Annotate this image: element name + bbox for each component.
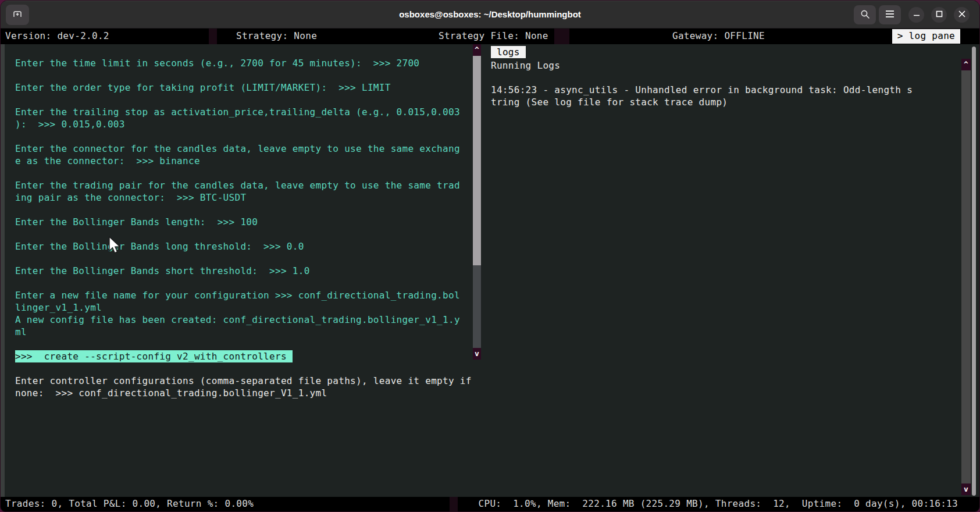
version-label: Version: dev-2.0.2 xyxy=(5,30,109,41)
segment-divider xyxy=(450,497,458,511)
segment-divider xyxy=(209,29,217,44)
terminal-line: Enter the Bollinger Bands short threshol… xyxy=(15,265,472,277)
terminal-line: A new config file has been created: conf… xyxy=(15,314,472,326)
menu-button[interactable] xyxy=(879,5,901,24)
search-button[interactable] xyxy=(854,5,876,24)
hummingbot-bottombar: Trades: 0, Total P&L: 0.00, Return %: 0.… xyxy=(1,497,979,511)
terminal-line: Enter controller configurations (comma-s… xyxy=(15,375,472,387)
terminal-line: Enter the trading pair for the candles d… xyxy=(15,179,472,191)
terminal-line: Enter a new file name for your configura… xyxy=(15,289,472,301)
terminal-line: ml xyxy=(15,326,472,338)
left-edge-strip xyxy=(1,44,5,498)
terminal-line: Enter the order type for taking profit (… xyxy=(15,81,472,94)
terminal-line xyxy=(15,204,472,216)
terminal-line: Enter the Bollinger Bands long threshold… xyxy=(15,240,472,253)
hummingbot-topbar: Version: dev-2.0.2 Strategy: None Strate… xyxy=(1,29,979,44)
terminal-line: ): >>> 0.015,0.003 xyxy=(15,118,472,130)
system-status: CPU: 1.0%, Mem: 222.16 MB (225.29 MB), T… xyxy=(479,498,958,509)
window-title: osboxes@osboxes: ~/Desktop/hummingbot xyxy=(1,1,979,29)
hamburger-icon xyxy=(885,10,895,20)
terminal-line: linger_v1_1.yml xyxy=(15,301,472,314)
terminal-line: Enter the connector for the candles data… xyxy=(15,143,472,155)
close-icon xyxy=(958,10,965,19)
titlebar[interactable]: osboxes@osboxes: ~/Desktop/hummingbot xyxy=(1,1,979,29)
minimize-button[interactable] xyxy=(908,7,924,23)
terminal-line: ing pair as the connector: >>> BTC-USDT xyxy=(15,191,472,204)
maximize-icon xyxy=(936,10,943,19)
maximize-button[interactable] xyxy=(931,7,947,23)
log-scrollbar[interactable]: ^ v xyxy=(961,59,971,495)
terminal-line xyxy=(15,338,472,350)
close-button[interactable] xyxy=(954,7,970,23)
terminal-line: Enter the Bollinger Bands length: >>> 10… xyxy=(15,216,472,228)
terminal-line xyxy=(15,69,472,81)
terminal-line: >>> create --script-config v2_with_contr… xyxy=(15,350,472,362)
segment-divider xyxy=(554,29,569,44)
output-scrollbar[interactable]: ^ v xyxy=(473,44,481,360)
terminal-line: e as the connector: >>> binance xyxy=(15,155,472,167)
terminal-window: osboxes@osboxes: ~/Desktop/hummingbot xyxy=(0,0,980,512)
logs-tab[interactable]: logs xyxy=(491,46,526,58)
logs-heading: Running Logs xyxy=(491,59,956,72)
scroll-down-icon[interactable]: v xyxy=(961,483,971,495)
terminal-line xyxy=(15,167,472,179)
terminal-output-pane: Enter the time limit in seconds (e.g., 2… xyxy=(15,57,472,399)
log-lines: 14:56:23 - async_utils - Unhandled error… xyxy=(491,84,956,108)
terminal-line xyxy=(15,253,472,265)
strategy-label: Strategy: None xyxy=(236,30,317,41)
terminal-line: Enter the trailing stop as activation_pr… xyxy=(15,106,472,118)
output-scrollbar-thumb[interactable] xyxy=(473,56,481,265)
trades-status: Trades: 0, Total P&L: 0.00, Return %: 0.… xyxy=(5,498,254,509)
output-scrollbar-track[interactable] xyxy=(473,265,481,348)
terminal-line xyxy=(15,228,472,240)
log-pane: logs Running Logs 14:56:23 - async_utils… xyxy=(491,44,956,108)
main-area: Enter the time limit in seconds (e.g., 2… xyxy=(1,44,979,498)
log-pane-toggle[interactable]: > log pane xyxy=(892,29,960,44)
log-scrollbar-track[interactable] xyxy=(961,70,971,483)
scroll-up-icon[interactable]: ^ xyxy=(473,44,481,56)
log-line: tring (See log file for stack trace dump… xyxy=(491,96,956,108)
scroll-down-icon[interactable]: v xyxy=(473,348,481,360)
search-icon xyxy=(860,9,870,21)
minimize-icon xyxy=(913,10,920,19)
desktop: osboxes@osboxes: ~/Desktop/hummingbot xyxy=(0,0,980,512)
gateway-label: Gateway: OFFLINE xyxy=(672,30,765,41)
terminal-line xyxy=(15,130,472,143)
terminal-line: Enter the time limit in seconds (e.g., 2… xyxy=(15,57,472,69)
log-line: 14:56:23 - async_utils - Unhandled error… xyxy=(491,84,956,96)
terminal-overlay-scrollbar[interactable] xyxy=(972,47,976,496)
scroll-up-icon[interactable]: ^ xyxy=(961,59,971,70)
strategy-file-label: Strategy File: None xyxy=(439,30,548,41)
terminal-line xyxy=(15,362,472,375)
terminal-line xyxy=(15,94,472,106)
terminal-line: none: >>> conf_directional_trading.bolli… xyxy=(15,387,472,399)
terminal-line xyxy=(15,277,472,289)
